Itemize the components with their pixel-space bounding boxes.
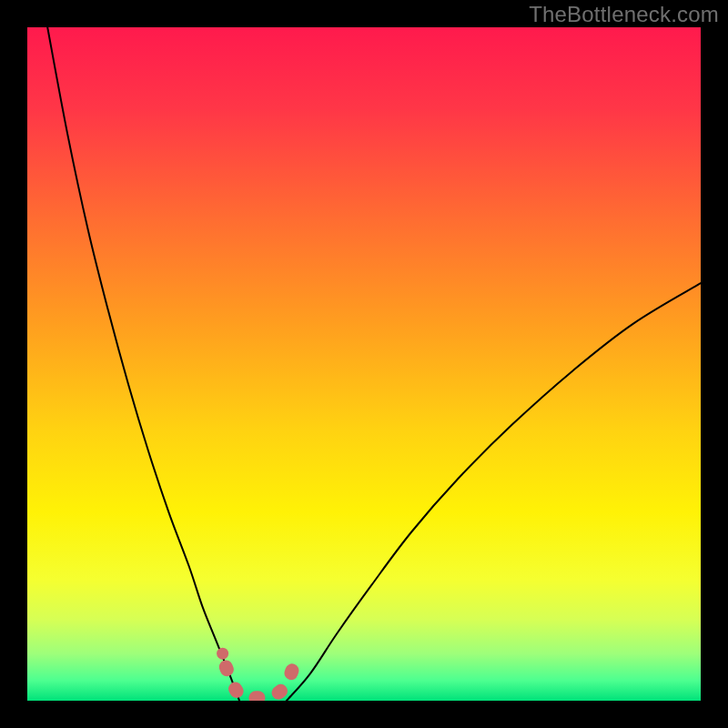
- valley-dot: [217, 648, 228, 660]
- watermark-text: TheBottleneck.com: [529, 2, 719, 27]
- chart-svg: [27, 27, 701, 701]
- chart-frame: TheBottleneck.com: [0, 0, 728, 728]
- plot-area: [27, 27, 701, 701]
- gradient-background: [27, 27, 701, 701]
